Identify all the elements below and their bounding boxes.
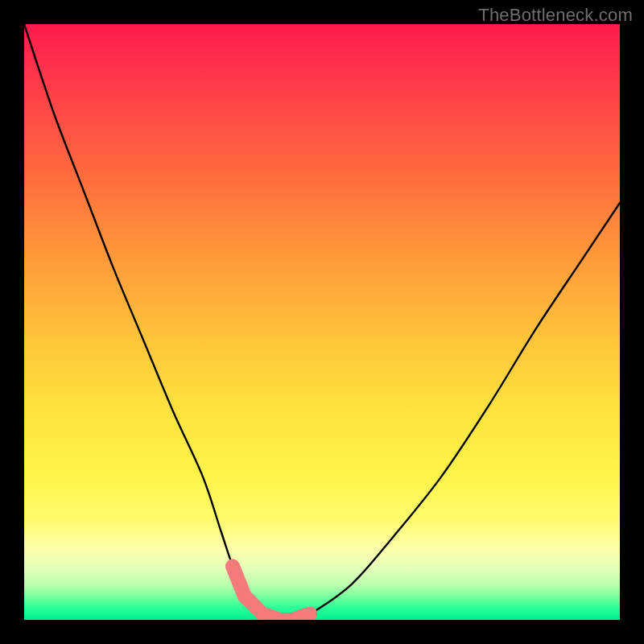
- minimum-marker-dot: [238, 589, 251, 602]
- minimum-marker-dot: [226, 559, 239, 572]
- plot-area: [24, 24, 620, 620]
- chart-svg: [24, 24, 620, 620]
- chart-frame: TheBottleneck.com: [0, 0, 644, 644]
- bottleneck-curve-line: [24, 24, 620, 620]
- watermark-text: TheBottleneck.com: [478, 5, 633, 26]
